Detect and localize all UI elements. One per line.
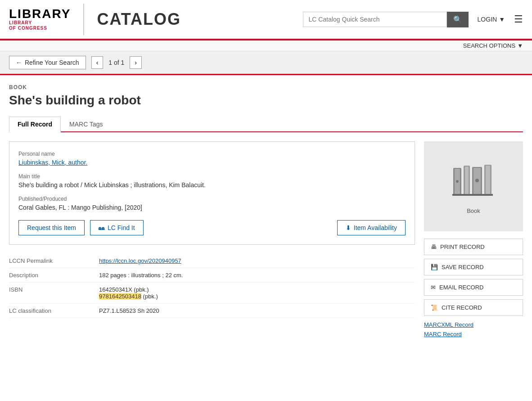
email-record-button[interactable]: ✉ EMAIL RECORD [424,279,523,296]
tab-full-record[interactable]: Full Record [9,117,61,132]
next-page-button[interactable]: › [130,56,142,69]
chevron-down-icon: ▼ [499,16,505,23]
print-record-label: PRINT RECORD [440,243,485,250]
record-title: She's building a robot [9,93,523,108]
metadata-section: LCCN Permalink https://lccn.loc.gov/2020… [9,254,415,318]
lc-find-it-button[interactable]: 🏘 LC Find It [90,220,144,235]
pagination: ‹ 1 of 1 › [91,56,142,69]
availability-label: Item Availability [354,224,397,231]
lc-class-label-text: LC classification [9,307,51,314]
description-label-text: Description [9,272,38,279]
marcxml-record-link[interactable]: MARCXML Record [424,321,523,328]
book-label: Book [467,207,480,214]
description-label: Description [9,272,90,279]
logo-area: LIBRARY LIBRARY OF CONGRESS CATALOG [9,4,181,35]
isbn-line1: 164250341X (pbk.) [99,286,158,293]
sidebar-links: MARCXML Record MARC Record [424,321,523,338]
isbn-label: ISBN [9,286,90,300]
main-content: BOOK She's building a robot Full Record … [0,75,532,349]
search-options-label: SEARCH OPTIONS [463,42,515,49]
cite-icon: 📜 [431,304,438,311]
published-value: Coral Gables, FL : Mango Publishing, [20… [18,204,406,211]
search-options-bar: SEARCH OPTIONS ▼ [0,41,532,51]
main-title-label: Main title [18,173,406,180]
metadata-row-lccn: LCCN Permalink https://lccn.loc.gov/2020… [9,254,415,268]
tab-marc-tags-label: MARC Tags [69,121,103,128]
save-icon: 💾 [431,264,438,270]
cite-record-button[interactable]: 📜 CITE RECORD [424,299,523,316]
login-label: LOGIN [478,16,497,23]
lc-class-value: PZ7.1.L58523 Sh 2020 [99,307,159,314]
lc-find-label: LC Find It [108,224,135,231]
isbn-part1: 164250341X (pbk.) [99,286,149,293]
print-record-button[interactable]: 🖶 PRINT RECORD [424,239,523,255]
content-sidebar: Book 🖶 PRINT RECORD 💾 SAVE RECORD ✉ EMAI… [424,141,523,340]
marc-record-link[interactable]: MARC Record [424,331,523,338]
logo-sub-line2: OF CONGRESS [9,26,47,31]
page-info: 1 of 1 [106,59,127,66]
tab-marc-tags[interactable]: MARC Tags [61,117,111,131]
metadata-row-isbn: ISBN 164250341X (pbk.) 9781642503418 (pb… [9,283,415,304]
search-input[interactable] [303,12,447,27]
nav-bar: ← Refine Your Search ‹ 1 of 1 › [0,51,532,75]
lccn-link[interactable]: https://lccn.loc.gov/2020940957 [99,257,181,264]
personal-name-value[interactable]: Liubinskas, Mick, author. [18,159,406,166]
metadata-row-description: Description 182 pages : illustrations ; … [9,268,415,283]
item-availability-button[interactable]: ⬇ Item Availability [337,220,406,235]
svg-rect-4 [465,167,469,194]
header: LIBRARY LIBRARY OF CONGRESS CATALOG 🔍 LO… [0,0,532,41]
main-title-value: She's building a robot / Mick Liubinskas… [18,181,406,189]
record-buttons: Request this Item 🏘 LC Find It ⬇ Item Av… [18,220,406,235]
record-card: Personal name Liubinskas, Mick, author. … [9,141,415,245]
svg-rect-10 [452,194,493,196]
lccn-label: LCCN Permalink [9,257,90,264]
previous-page-button[interactable]: ‹ [91,56,104,69]
cite-record-label: CITE RECORD [442,304,482,311]
content-main: Personal name Liubinskas, Mick, author. … [9,141,415,340]
refine-search-label: Refine Your Search [25,59,79,66]
field-main-title: Main title She's building a robot / Mick… [18,173,406,189]
hamburger-menu-button[interactable]: ☰ [514,14,523,25]
isbn-value: 164250341X (pbk.) 9781642503418 (pbk.) [99,286,158,300]
book-shelf-icon [451,159,496,204]
request-item-label: Request this Item [27,224,76,231]
arrow-left-icon: ← [16,59,22,66]
published-label: Published/Produced [18,196,406,202]
isbn-part3: (pbk.) [141,293,158,300]
search-options-link[interactable]: SEARCH OPTIONS ▼ [463,42,523,49]
content-layout: Personal name Liubinskas, Mick, author. … [9,141,523,340]
isbn-label-text: ISBN [9,286,23,293]
refine-search-button[interactable]: ← Refine Your Search [9,56,86,69]
field-published: Published/Produced Coral Gables, FL : Ma… [18,196,406,211]
lccn-label-text: LCCN Permalink [9,257,53,264]
login-button[interactable]: LOGIN ▼ [478,16,505,23]
record-type: BOOK [9,84,523,90]
logo-sub-line1: LIBRARY [9,20,32,26]
print-icon: 🖶 [431,243,437,250]
description-value: 182 pages : illustrations ; 22 cm. [99,272,183,279]
header-right: 🔍 LOGIN ▼ ☰ [303,12,523,27]
isbn-part2-highlight: 9781642503418 [99,293,141,300]
tab-full-record-label: Full Record [18,121,52,128]
download-icon: ⬇ [346,224,351,231]
save-record-button[interactable]: 💾 SAVE RECORD [424,259,523,275]
lc-class-label: LC classification [9,307,90,314]
search-button[interactable]: 🔍 [447,12,469,27]
svg-rect-9 [486,166,490,194]
chevron-down-icon-small: ▼ [517,42,523,49]
search-bar: 🔍 [303,12,469,27]
logo-divider [83,4,84,35]
email-icon: ✉ [431,284,436,291]
personal-name-label: Personal name [18,151,406,157]
building-icon: 🏘 [99,224,105,231]
logo-library-text: LIBRARY [9,8,71,20]
svg-point-7 [475,179,479,182]
lccn-value: https://lccn.loc.gov/2020940957 [99,257,181,264]
field-personal-name: Personal name Liubinskas, Mick, author. [18,151,406,166]
svg-point-2 [456,180,459,183]
header-left: LIBRARY LIBRARY OF CONGRESS CATALOG [9,4,181,35]
request-item-button[interactable]: Request this Item [18,220,85,235]
metadata-row-lc-class: LC classification PZ7.1.L58523 Sh 2020 [9,304,415,318]
email-record-label: EMAIL RECORD [439,284,483,291]
tabs: Full Record MARC Tags [9,117,523,132]
